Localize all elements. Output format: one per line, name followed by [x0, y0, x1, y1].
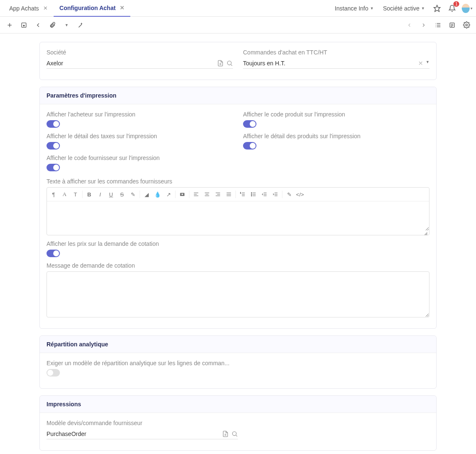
panel-title: Répartition analytique [40, 336, 436, 353]
toggle-label: Afficher l'acheteur sur l'impression [47, 111, 233, 118]
chevron-down-icon: ▼ [370, 6, 374, 10]
ordered-list-icon[interactable]: 1 [238, 189, 248, 199]
clear-format-icon[interactable]: ✎ [284, 189, 294, 199]
company-input[interactable]: Axelor [47, 58, 233, 69]
editor-textarea[interactable] [47, 201, 429, 231]
toggle-show-prices-rfq: Afficher les prix sur la demande de cota… [47, 240, 429, 257]
dropdown-label: Instance Info [335, 5, 368, 12]
panel-print-params: Paramètres d'impression Afficher l'achet… [39, 87, 437, 329]
search-icon[interactable] [231, 431, 238, 437]
document-icon[interactable] [222, 431, 229, 437]
next-record-button[interactable] [417, 19, 430, 31]
svg-point-21 [181, 193, 183, 195]
toggle-switch[interactable] [47, 164, 60, 171]
settings-button[interactable] [460, 19, 473, 31]
prev-record-button[interactable] [403, 19, 416, 31]
font-icon[interactable]: A [60, 189, 70, 199]
panel-general: Société Axelor Commandes d'achat en TTC/… [39, 42, 437, 80]
clear-icon[interactable]: ✕ [418, 60, 423, 67]
panel-title: Paramètres d'impression [40, 87, 436, 104]
form-content: Société Axelor Commandes d'achat en TTC/… [0, 34, 476, 454]
rich-text-editor: ¶ A T B I U S ✎ ◢ 💧 ↗ [47, 187, 429, 235]
text-color-icon[interactable]: ◢ [142, 189, 152, 199]
toggle-show-tax-detail: Afficher le détail des taxes sur l'impre… [47, 133, 233, 150]
tab-configuration-achat[interactable]: Configuration Achat ✕ [54, 0, 130, 17]
strikethrough-icon[interactable]: S [117, 189, 127, 199]
code-view-icon[interactable]: </> [295, 189, 305, 199]
align-left-icon[interactable] [191, 189, 201, 199]
bold-icon[interactable]: B [84, 189, 94, 199]
toggle-switch[interactable] [47, 369, 60, 377]
chevron-down-icon: ▼ [65, 23, 69, 27]
toggle-switch[interactable] [243, 120, 256, 128]
user-menu[interactable]: ▾ [462, 3, 473, 14]
svg-line-53 [236, 435, 237, 436]
magic-wand-button[interactable] [75, 19, 87, 31]
svg-point-15 [466, 24, 467, 26]
new-button[interactable] [3, 19, 16, 31]
attachment-dropdown[interactable]: ▼ [60, 19, 73, 31]
list-view-button[interactable] [432, 19, 444, 31]
close-icon[interactable]: ✕ [43, 5, 48, 11]
attachment-button[interactable] [46, 19, 59, 31]
panel-impressions: Impressions Modèle devis/commande fourni… [39, 395, 437, 451]
svg-point-52 [233, 432, 236, 436]
active-company-dropdown[interactable]: Société active ▼ [380, 5, 427, 12]
toggle-show-product-code: Afficher le code produit sur l'impressio… [243, 111, 429, 128]
paragraph-icon[interactable]: ¶ [49, 189, 59, 199]
close-icon[interactable]: ✕ [120, 5, 124, 11]
fill-color-icon[interactable]: 💧 [153, 189, 163, 199]
instance-info-dropdown[interactable]: Instance Info ▼ [332, 5, 376, 12]
toggle-label: Afficher le détail des produits sur l'im… [243, 133, 429, 139]
align-justify-icon[interactable] [224, 189, 234, 199]
tabs-bar: App Achats ✕ Configuration Achat ✕ Insta… [0, 0, 476, 17]
toggle-switch[interactable] [47, 120, 60, 128]
document-icon[interactable] [217, 60, 224, 67]
panel-title: Impressions [40, 396, 436, 413]
notifications-button[interactable]: 1 [447, 3, 458, 14]
company-field: Société Axelor [47, 49, 233, 69]
field-value: Toujours en H.T. [243, 60, 416, 67]
favorite-button[interactable] [432, 3, 442, 14]
underline-icon[interactable]: U [106, 189, 116, 199]
svg-line-19 [231, 64, 232, 66]
search-icon[interactable] [226, 60, 233, 67]
tab-app-achats[interactable]: App Achats ✕ [3, 0, 54, 17]
toggle-switch[interactable] [47, 142, 60, 150]
rfq-message-field: Message de demande de cotation [47, 262, 429, 317]
field-value: Axelor [47, 60, 215, 67]
resize-handle[interactable]: ◢ [47, 231, 429, 235]
form-view-button[interactable] [446, 19, 458, 31]
save-button[interactable] [18, 19, 30, 31]
rfq-message-textarea[interactable] [47, 271, 429, 317]
svg-point-4 [23, 25, 25, 26]
toggle-show-supplier-code: Afficher le code fournisseur sur l'impre… [47, 155, 233, 171]
svg-point-41 [251, 193, 252, 193]
image-icon[interactable] [177, 189, 187, 199]
svg-point-18 [228, 61, 231, 65]
text-format-icon[interactable]: T [70, 189, 80, 199]
orders-mode-select[interactable]: Toujours en H.T. ✕ ▼ [243, 58, 429, 69]
toggle-switch[interactable] [243, 142, 256, 150]
tab-label: Configuration Achat [60, 5, 116, 11]
avatar [462, 4, 470, 13]
unordered-list-icon[interactable] [248, 189, 259, 199]
field-value: PurchaseOrder [47, 431, 220, 437]
back-button[interactable] [32, 19, 44, 31]
svg-text:1: 1 [240, 192, 241, 194]
italic-icon[interactable]: I [95, 189, 105, 199]
tab-label: App Achats [9, 5, 39, 12]
link-icon[interactable]: ↗ [163, 189, 173, 199]
chevron-down-icon[interactable]: ▼ [426, 60, 429, 67]
orders-mode-field: Commandes d'achat en TTC/HT Toujours en … [243, 49, 429, 69]
toggle-label: Afficher le code produit sur l'impressio… [243, 111, 429, 118]
indent-icon[interactable] [270, 189, 280, 199]
template-input[interactable]: PurchaseOrder [47, 429, 238, 439]
highlight-icon[interactable]: ✎ [128, 189, 138, 199]
toggle-switch[interactable] [47, 250, 60, 257]
outdent-icon[interactable] [259, 189, 269, 199]
align-center-icon[interactable] [202, 189, 212, 199]
toggle-show-product-detail: Afficher le détail des produits sur l'im… [243, 133, 429, 150]
align-right-icon[interactable] [213, 189, 223, 199]
field-label: Modèle devis/commande fournisseur [47, 420, 238, 426]
